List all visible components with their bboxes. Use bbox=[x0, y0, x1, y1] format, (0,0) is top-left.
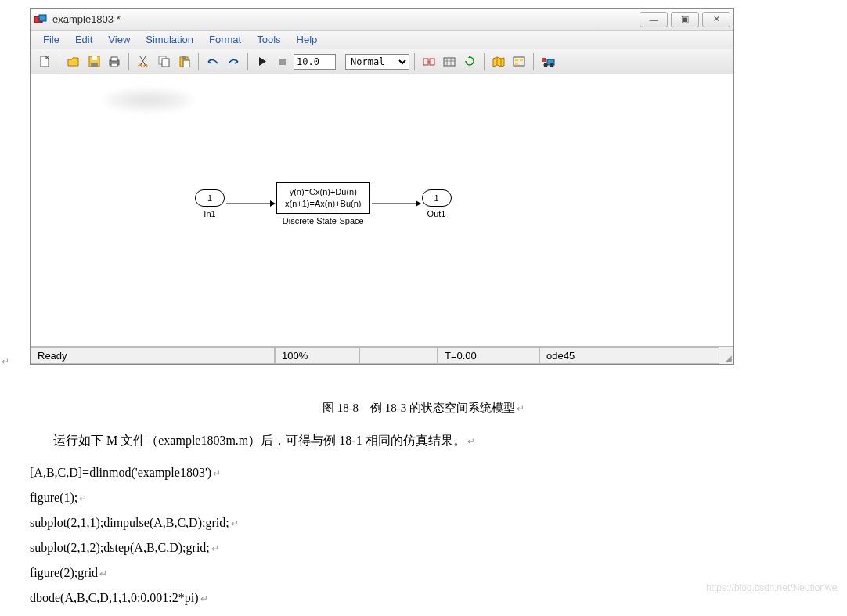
line-break-icon: ↵ bbox=[467, 436, 475, 447]
line-break-icon: ↵ bbox=[517, 403, 524, 414]
svg-rect-7 bbox=[111, 57, 117, 61]
svg-rect-1 bbox=[39, 15, 46, 21]
svg-rect-23 bbox=[515, 63, 518, 65]
smudge-artifact bbox=[101, 88, 195, 112]
simulink-window: example1803 * — ▣ ✕ File Edit View Simul… bbox=[30, 8, 734, 365]
status-zoom: 100% bbox=[275, 347, 359, 364]
menu-edit[interactable]: Edit bbox=[67, 34, 100, 45]
svg-rect-16 bbox=[279, 59, 286, 65]
build-button[interactable] bbox=[420, 52, 438, 71]
outport-label: Out1 bbox=[427, 209, 446, 218]
code-line: [A,B,C,D]=dlinmod('example1803')↵ bbox=[30, 460, 847, 485]
code-line: figure(1);↵ bbox=[30, 485, 847, 510]
open-button[interactable] bbox=[64, 52, 83, 71]
refresh-button[interactable] bbox=[460, 52, 479, 71]
menu-tools[interactable]: Tools bbox=[249, 34, 288, 45]
minimize-button[interactable]: — bbox=[640, 12, 668, 27]
svg-rect-17 bbox=[424, 59, 428, 65]
menubar: File Edit View Simulation Format Tools H… bbox=[31, 31, 733, 49]
stop-button[interactable] bbox=[273, 52, 292, 71]
status-solver: ode45 bbox=[539, 347, 719, 364]
maximize-button[interactable]: ▣ bbox=[671, 12, 699, 27]
undo-button[interactable] bbox=[204, 52, 222, 71]
inport-block[interactable]: 1 In1 bbox=[195, 189, 225, 218]
state-space-block[interactable]: y(n)=Cx(n)+Du(n) x(n+1)=Ax(n)+Bu(n) Disc… bbox=[276, 182, 370, 225]
svg-rect-27 bbox=[542, 58, 546, 62]
toolbar: Normal bbox=[31, 49, 733, 74]
status-blank bbox=[359, 347, 438, 364]
figure-caption: 图 18-8 例 18-3 的状态空间系统模型↵ bbox=[0, 401, 847, 416]
line-break-icon: ↵ bbox=[200, 593, 208, 604]
line-break-icon: ↵ bbox=[213, 468, 221, 479]
separator bbox=[247, 53, 248, 70]
close-button[interactable]: ✕ bbox=[702, 12, 730, 27]
paste-button[interactable] bbox=[175, 52, 193, 71]
print-button[interactable] bbox=[105, 52, 124, 71]
app-icon bbox=[34, 13, 48, 27]
start-button[interactable] bbox=[253, 52, 272, 71]
save-button[interactable] bbox=[85, 52, 103, 71]
line-break-icon: ↵ bbox=[99, 568, 107, 579]
description-text: 运行如下 M 文件（example1803m.m）后，可得与例 18-1 相同的… bbox=[53, 433, 847, 449]
window-title: example1803 * bbox=[52, 13, 636, 25]
svg-rect-19 bbox=[444, 58, 455, 66]
model-canvas[interactable]: 1 In1 y(n)=Cx(n)+Du(n) x(n+1)=Ax(n)+Bu(n… bbox=[31, 74, 733, 347]
status-ready: Ready bbox=[31, 347, 275, 364]
svg-rect-8 bbox=[111, 63, 117, 67]
code-line: subplot(2,1,1);dimpulse(A,B,C,D);grid;↵ bbox=[30, 510, 847, 535]
menu-file[interactable]: File bbox=[35, 34, 67, 45]
state-block-label: Discrete State-Space bbox=[283, 216, 364, 225]
line-break-icon: ↵ bbox=[79, 493, 87, 504]
inport-label: In1 bbox=[204, 209, 215, 218]
new-button[interactable] bbox=[35, 52, 54, 71]
state-equation-1: y(n)=Cx(n)+Du(n) bbox=[285, 186, 362, 198]
svg-rect-15 bbox=[183, 60, 189, 67]
simulation-mode-select[interactable]: Normal bbox=[345, 54, 409, 70]
outport-block[interactable]: 1 Out1 bbox=[422, 189, 452, 218]
svg-point-26 bbox=[550, 63, 553, 67]
cut-button[interactable] bbox=[134, 52, 153, 71]
watermark-text: https://blog.csdn.net/Neutionwei bbox=[706, 582, 839, 593]
separator bbox=[198, 53, 199, 70]
redo-button[interactable] bbox=[224, 52, 243, 71]
block-diagram: 1 In1 y(n)=Cx(n)+Du(n) x(n+1)=Ax(n)+Bu(n… bbox=[195, 182, 452, 225]
status-time: T=0.00 bbox=[438, 347, 539, 364]
menu-view[interactable]: View bbox=[100, 34, 138, 45]
svg-rect-18 bbox=[430, 59, 434, 65]
svg-rect-22 bbox=[520, 59, 523, 61]
separator bbox=[533, 53, 534, 70]
line-break-icon: ↵ bbox=[2, 356, 9, 367]
svg-point-25 bbox=[543, 63, 547, 67]
svg-rect-21 bbox=[515, 59, 518, 61]
state-equation-2: x(n+1)=Ax(n)+Bu(n) bbox=[285, 198, 362, 210]
code-line: subplot(2,1,2);dstep(A,B,C,D);grid;↵ bbox=[30, 535, 847, 560]
inport-number: 1 bbox=[207, 193, 212, 203]
svg-rect-5 bbox=[91, 63, 98, 67]
menu-help[interactable]: Help bbox=[289, 34, 326, 45]
debug-button[interactable] bbox=[539, 52, 557, 71]
separator bbox=[128, 53, 129, 70]
statusbar: Ready 100% T=0.00 ode45 ◢ bbox=[31, 347, 733, 364]
line-break-icon: ↵ bbox=[231, 518, 239, 529]
svg-rect-12 bbox=[162, 59, 169, 67]
signal-arrow bbox=[226, 203, 275, 204]
update-button[interactable] bbox=[440, 52, 459, 71]
separator bbox=[484, 53, 485, 70]
svg-rect-4 bbox=[92, 56, 97, 60]
line-break-icon: ↵ bbox=[211, 543, 219, 554]
model-explorer-button[interactable] bbox=[510, 52, 528, 71]
separator bbox=[59, 53, 59, 70]
window-controls: — ▣ ✕ bbox=[636, 12, 730, 27]
outport-number: 1 bbox=[434, 193, 438, 203]
menu-simulation[interactable]: Simulation bbox=[138, 34, 201, 45]
library-button[interactable] bbox=[489, 52, 508, 71]
signal-arrow bbox=[372, 203, 420, 204]
svg-rect-14 bbox=[182, 56, 186, 59]
menu-format[interactable]: Format bbox=[201, 34, 249, 45]
resize-grip-icon[interactable]: ◢ bbox=[719, 347, 733, 364]
stop-time-input[interactable] bbox=[294, 54, 336, 70]
separator bbox=[414, 53, 415, 70]
titlebar: example1803 * — ▣ ✕ bbox=[31, 9, 733, 31]
copy-button[interactable] bbox=[154, 52, 173, 71]
